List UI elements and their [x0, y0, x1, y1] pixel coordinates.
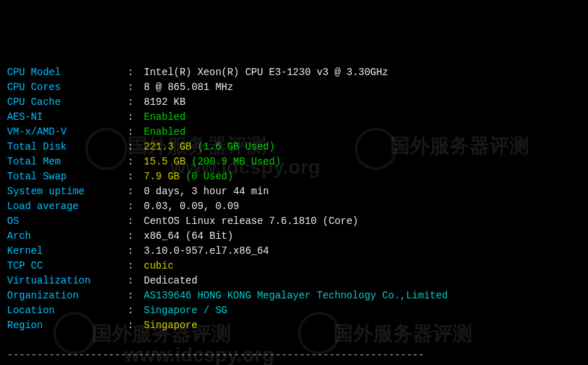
- info-row: CPU Cores: 8 @ 865.081 MHz: [7, 80, 581, 95]
- colon: :: [128, 125, 140, 140]
- info-value: Singapore: [144, 318, 198, 333]
- info-label: OS: [7, 214, 128, 229]
- colon: :: [128, 199, 140, 214]
- system-info-block: CPU Model: Intel(R) Xeon(R) CPU E3-1230 …: [7, 65, 581, 333]
- info-label: Location: [7, 303, 128, 318]
- info-value: cubic: [144, 259, 174, 274]
- info-value: 15.5 GB: [144, 155, 192, 169]
- colon: :: [128, 214, 140, 229]
- colon: :: [128, 244, 140, 259]
- info-row: Organization: AS139646 HONG KONG Megalay…: [7, 288, 581, 303]
- info-value: 8192 KB: [144, 95, 186, 110]
- info-row: Region: Singapore: [7, 318, 581, 333]
- colon: :: [128, 303, 140, 318]
- colon: :: [128, 155, 140, 169]
- info-label: VM-x/AMD-V: [7, 125, 128, 140]
- info-row: Load average: 0.03, 0.09, 0.09: [7, 199, 581, 214]
- info-value: (0 Used): [186, 169, 233, 184]
- info-row: Kernel: 3.10.0-957.el7.x86_64: [7, 244, 581, 259]
- colon: :: [128, 140, 140, 155]
- info-row: System uptime: 0 days, 3 hour 44 min: [7, 184, 581, 199]
- info-label: Total Swap: [7, 169, 128, 184]
- info-value: x86_64 (64 Bit): [144, 229, 233, 244]
- info-row: AES-NI: Enabled: [7, 110, 581, 125]
- info-label: TCP CC: [7, 259, 128, 274]
- info-label: System uptime: [7, 184, 128, 199]
- info-value: Intel(R) Xeon(R) CPU E3-1230 v3 @ 3.30GH…: [144, 65, 388, 80]
- colon: :: [128, 80, 140, 95]
- info-row: Total Disk: 221.3 GB (1.6 GB Used): [7, 140, 581, 155]
- info-value: AS139646 HONG KONG Megalayer Technology …: [144, 288, 448, 303]
- info-value: 7.9 GB: [144, 169, 186, 184]
- info-value: Enabled: [144, 125, 186, 140]
- colon: :: [128, 184, 140, 199]
- info-value: 0 days, 3 hour 44 min: [144, 184, 269, 199]
- colon: :: [128, 288, 140, 303]
- info-row: Virtualization: Dedicated: [7, 274, 581, 288]
- info-row: Total Swap: 7.9 GB (0 Used): [7, 169, 581, 184]
- colon: :: [128, 229, 140, 244]
- info-label: Total Disk: [7, 140, 128, 155]
- info-label: Region: [7, 318, 128, 333]
- colon: :: [128, 274, 140, 288]
- info-row: Arch: x86_64 (64 Bit): [7, 229, 581, 244]
- info-row: OS: CentOS Linux release 7.6.1810 (Core): [7, 214, 581, 229]
- info-label: AES-NI: [7, 110, 128, 125]
- colon: :: [128, 65, 140, 80]
- colon: :: [128, 110, 140, 125]
- info-value: (200.9 MB Used): [192, 155, 281, 169]
- colon: :: [128, 169, 140, 184]
- info-value: Enabled: [144, 110, 186, 125]
- info-label: Organization: [7, 288, 128, 303]
- info-value: 221.3 GB: [144, 140, 198, 155]
- info-value: CentOS Linux release 7.6.1810 (Core): [144, 214, 358, 229]
- info-row: TCP CC: cubic: [7, 259, 581, 274]
- info-value: Dedicated: [144, 274, 198, 288]
- section-divider: ----------------------------------------…: [7, 348, 581, 363]
- info-value: (1.6 GB Used): [197, 140, 274, 155]
- info-label: CPU Cores: [7, 80, 128, 95]
- info-label: Virtualization: [7, 274, 128, 288]
- colon: :: [128, 95, 140, 110]
- info-value: 8 @ 865.081 MHz: [144, 80, 233, 95]
- info-row: VM-x/AMD-V: Enabled: [7, 125, 581, 140]
- info-label: Load average: [7, 199, 128, 214]
- info-label: Total Mem: [7, 155, 128, 169]
- info-row: CPU Model: Intel(R) Xeon(R) CPU E3-1230 …: [7, 65, 581, 80]
- info-value: Singapore / SG: [144, 303, 228, 318]
- info-row: Total Mem: 15.5 GB (200.9 MB Used): [7, 155, 581, 169]
- info-row: CPU Cache: 8192 KB: [7, 95, 581, 110]
- info-value: 0.03, 0.09, 0.09: [144, 199, 239, 214]
- info-label: Arch: [7, 229, 128, 244]
- info-row: Location: Singapore / SG: [7, 303, 581, 318]
- colon: :: [128, 259, 140, 274]
- info-label: CPU Cache: [7, 95, 128, 110]
- info-label: CPU Model: [7, 65, 128, 80]
- info-label: Kernel: [7, 244, 128, 259]
- colon: :: [128, 318, 140, 333]
- info-value: 3.10.0-957.el7.x86_64: [144, 244, 269, 259]
